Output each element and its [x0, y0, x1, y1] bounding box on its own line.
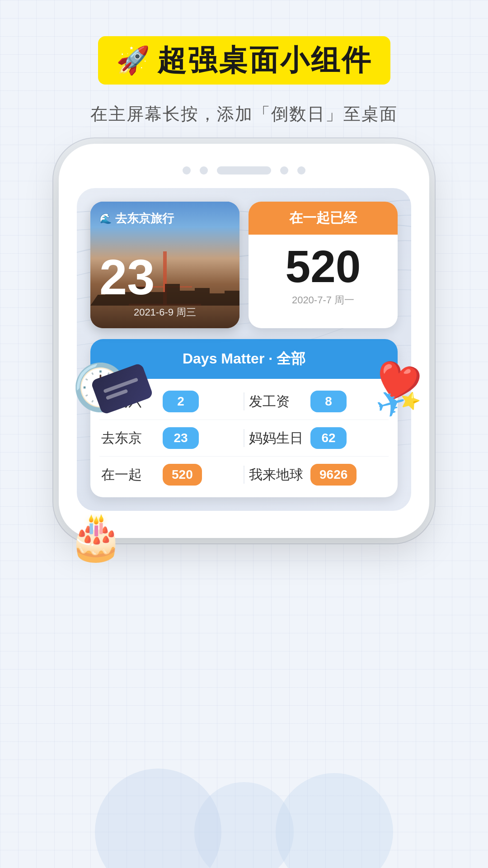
list-divider-3 [244, 466, 244, 484]
list-row-2: 去东京 23 妈妈生日 62 [90, 420, 398, 456]
list-label-mamashenri: 妈妈生日 [249, 429, 303, 448]
list-badge-520: 520 [163, 464, 202, 486]
list-label-qudongji: 去东京 [101, 429, 155, 448]
list-label-zaiyiqi: 在一起 [101, 466, 155, 484]
phone-frame: 🌊 去东京旅行 23 2021-6-9 周三 在一起已经 [59, 144, 429, 538]
widget-tokyo-date: 2021-6-9 周三 [99, 306, 230, 319]
list-label-fagongzi: 发工资 [249, 392, 303, 411]
widget-together: 在一起已经 520 2020-7-7 周一 [249, 202, 398, 328]
notch-camera [200, 166, 208, 175]
list-row-3: 在一起 520 我来地球 9626 [90, 457, 398, 493]
widget-together-header-text: 在一起已经 [289, 210, 357, 225]
header-section: 🚀 超强桌面小组件 在主屏幕长按，添加「倒数日」至桌面 [90, 36, 398, 126]
cake-sticker: 🎂 [68, 510, 124, 563]
widgets-row: 🌊 去东京旅行 23 2021-6-9 周三 在一起已经 [90, 202, 398, 328]
notch-pill [217, 166, 271, 175]
list-badge-2: 2 [163, 391, 199, 412]
list-label-wolaidiqiu: 我来地球 [249, 466, 303, 484]
widget-list-header-text: Days Matter · 全部 [183, 350, 305, 367]
notch-sensor [183, 166, 191, 175]
phone-screen: 🌊 去东京旅行 23 2021-6-9 周三 在一起已经 [77, 188, 411, 511]
widget-together-date: 2020-7-7 周一 [292, 293, 354, 307]
notch-dot-right [280, 166, 288, 175]
list-divider-2 [244, 429, 244, 447]
list-row-2-left: 去东京 23 [101, 427, 239, 449]
list-row-3-right: 我来地球 9626 [249, 464, 387, 486]
list-row-1-right: 发工资 8 [249, 391, 387, 412]
screen-inner: 🌊 去东京旅行 23 2021-6-9 周三 在一起已经 [90, 202, 398, 497]
list-divider-1 [244, 392, 244, 410]
list-badge-62: 62 [310, 427, 347, 449]
list-badge-23: 23 [163, 427, 199, 449]
phone-mockup: 🕐 ❤️ ⭐ 🎂 ✈ ✦ ✦ ✦ ✦ ✦ [59, 144, 429, 538]
widget-tokyo-title-row: 🌊 去东京旅行 [99, 211, 230, 226]
list-row-2-right: 妈妈生日 62 [249, 427, 387, 449]
widget-tokyo: 🌊 去东京旅行 23 2021-6-9 周三 [90, 202, 239, 328]
subtitle-text: 在主屏幕长按，添加「倒数日」至桌面 [90, 103, 398, 126]
widget-tokyo-number: 23 [99, 252, 230, 302]
list-badge-8: 8 [310, 391, 347, 412]
list-row-3-left: 在一起 520 [101, 464, 239, 486]
widget-tokyo-content: 🌊 去东京旅行 23 2021-6-9 周三 [90, 202, 239, 328]
widget-tokyo-title: 去东京旅行 [115, 211, 174, 226]
widget-together-body: 520 2020-7-7 周一 [249, 235, 398, 316]
list-badge-9626: 9626 [310, 464, 357, 486]
rocket-icon: 🚀 [116, 44, 150, 76]
wave-icon: 🌊 [99, 213, 112, 225]
notch-dot-right2 [297, 166, 305, 175]
headline-title: 超强桌面小组件 [157, 41, 372, 80]
widget-list: Days Matter · 全部 星期六 2 [90, 339, 398, 497]
widget-together-number: 520 [286, 244, 361, 289]
bottom-deco [95, 769, 393, 868]
bottom-circle-3 [276, 773, 393, 868]
phone-notch-area [77, 166, 411, 175]
widget-together-header: 在一起已经 [249, 202, 398, 235]
headline-badge: 🚀 超强桌面小组件 [98, 36, 390, 85]
